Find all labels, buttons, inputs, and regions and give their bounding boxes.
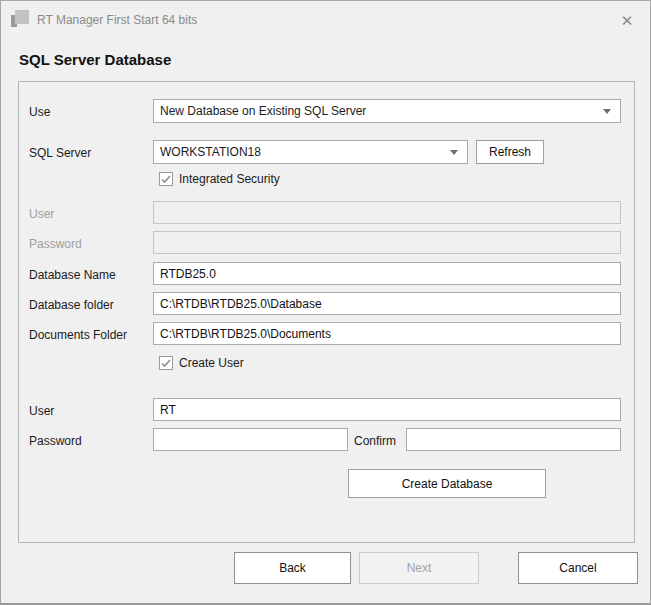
use-dropdown[interactable]: New Database on Existing SQL Server [153, 99, 621, 123]
new-password-field[interactable] [153, 428, 348, 451]
create-database-button[interactable]: Create Database [348, 469, 546, 498]
app-icon [11, 10, 31, 28]
database-name-label: Database Name [29, 268, 116, 282]
database-name-field[interactable] [153, 262, 621, 285]
sql-server-label: SQL Server [29, 146, 91, 160]
new-user-field[interactable] [153, 398, 621, 421]
server-password-label: Password [29, 237, 82, 251]
use-label: Use [29, 105, 50, 119]
dialog-window: RT Manager First Start 64 bits ✕ SQL Ser… [0, 0, 651, 605]
next-button: Next [359, 552, 479, 584]
database-folder-label: Database folder [29, 298, 114, 312]
server-password-field [153, 231, 621, 254]
confirm-password-field[interactable] [406, 428, 621, 451]
integrated-security-checkbox[interactable]: Integrated Security [159, 172, 280, 186]
check-icon [161, 175, 171, 184]
page-title: SQL Server Database [19, 51, 171, 68]
database-folder-field[interactable] [153, 292, 621, 315]
use-dropdown-value: New Database on Existing SQL Server [160, 104, 366, 118]
documents-folder-field[interactable] [153, 322, 621, 345]
server-user-field [153, 201, 621, 224]
server-user-label: User [29, 207, 54, 221]
sql-server-dropdown[interactable]: WORKSTATION18 [153, 140, 468, 164]
title-bar: RT Manager First Start 64 bits ✕ [1, 1, 650, 37]
window-title: RT Manager First Start 64 bits [37, 13, 197, 27]
integrated-security-label: Integrated Security [179, 172, 280, 186]
checkbox-box [159, 356, 173, 370]
sql-server-dropdown-value: WORKSTATION18 [160, 145, 261, 159]
check-icon [161, 359, 171, 368]
checkbox-box [159, 172, 173, 186]
back-button[interactable]: Back [234, 552, 351, 584]
confirm-password-label: Confirm [354, 434, 396, 448]
refresh-button[interactable]: Refresh [476, 140, 544, 164]
new-password-label: Password [29, 434, 82, 448]
documents-folder-label: Documents Folder [29, 328, 127, 342]
new-user-label: User [29, 404, 54, 418]
create-user-checkbox[interactable]: Create User [159, 356, 244, 370]
create-user-label: Create User [179, 356, 244, 370]
chevron-down-icon [603, 109, 611, 114]
close-icon[interactable]: ✕ [615, 9, 639, 31]
cancel-button[interactable]: Cancel [518, 552, 638, 584]
chevron-down-icon [450, 150, 458, 155]
